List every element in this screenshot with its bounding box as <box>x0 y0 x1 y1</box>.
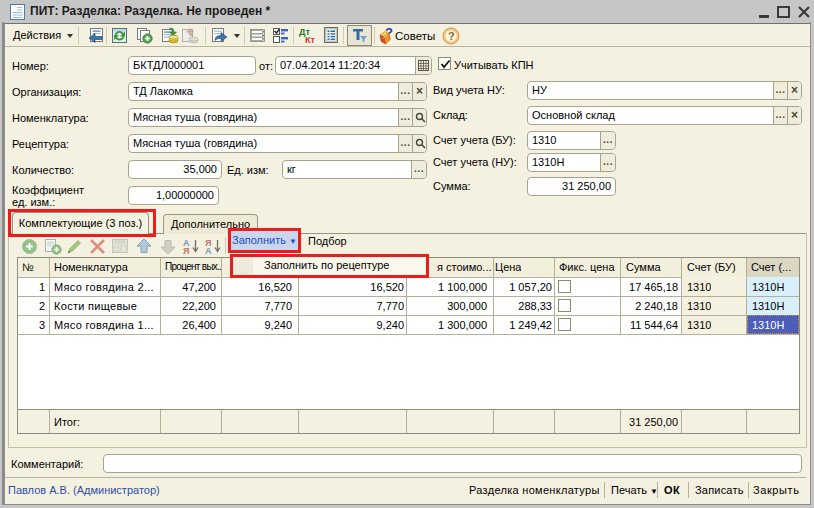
svg-text:Я: Я <box>183 246 189 255</box>
svg-text:?: ? <box>448 30 455 42</box>
svg-text:А: А <box>205 246 212 255</box>
svg-text:ОК: ОК <box>116 246 123 252</box>
